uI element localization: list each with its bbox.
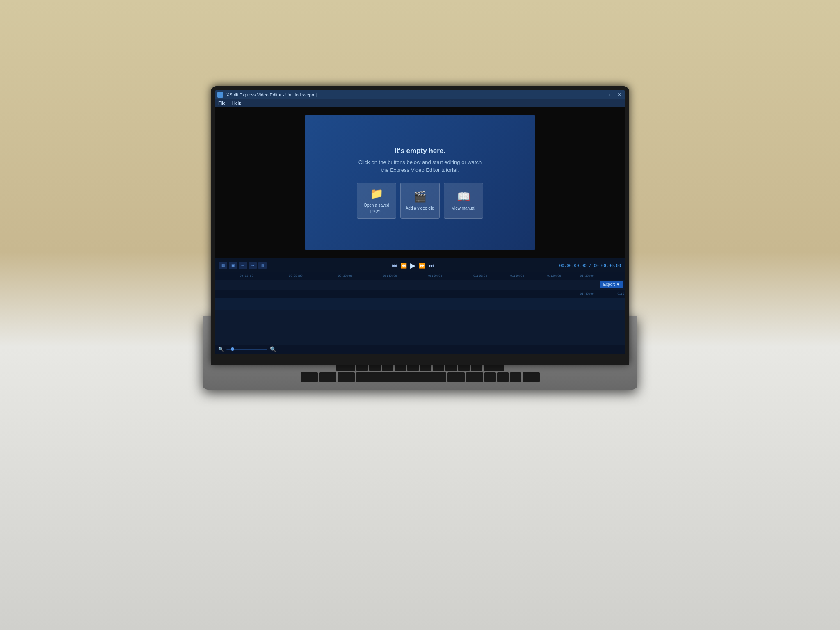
add-video-button[interactable]: 🎬 Add a video clip bbox=[400, 183, 440, 219]
toolbar-btn-undo[interactable]: ↩ bbox=[239, 262, 247, 269]
timeline-area: 00:10:00 00:20:00 00:30:00 00:40:00 00:5… bbox=[215, 272, 625, 354]
timecode-total: 00:00:00:00 bbox=[594, 263, 621, 268]
empty-subtitle: Click on the buttons below and start edi… bbox=[358, 158, 482, 174]
play-button[interactable]: ▶ bbox=[410, 261, 415, 270]
app-icon bbox=[217, 92, 223, 98]
menu-bar: File Help bbox=[215, 99, 625, 107]
menu-file[interactable]: File bbox=[218, 100, 226, 105]
timecode-separator: / bbox=[589, 263, 594, 268]
add-video-label: Add a video clip bbox=[406, 205, 435, 211]
view-manual-button[interactable]: 📖 View manual bbox=[444, 183, 483, 219]
toolbar-btn-2[interactable]: ▣ bbox=[229, 262, 237, 269]
menu-help[interactable]: Help bbox=[232, 100, 242, 105]
skip-forward-button[interactable]: ⏭ bbox=[429, 262, 434, 269]
zoom-slider-track[interactable] bbox=[226, 349, 267, 350]
undo-icon: ↩ bbox=[241, 263, 244, 267]
preview-area: It's empty here. Click on the buttons be… bbox=[215, 107, 625, 258]
transport-controls: ⏮ ⏪ ▶ ⏩ ⏭ bbox=[392, 261, 434, 270]
timecode-display: 00:00:00:00 / 00:00:00:00 bbox=[559, 263, 621, 268]
delete-icon: 🗑 bbox=[261, 263, 265, 267]
close-button[interactable]: ✕ bbox=[616, 92, 623, 98]
timeline-ruler-2: 01:40:00 01:5 bbox=[215, 290, 625, 298]
maximize-button[interactable]: □ bbox=[608, 92, 614, 98]
view-manual-icon: 📖 bbox=[457, 190, 470, 203]
timeline-tracks bbox=[215, 298, 625, 310]
timeline-ruler: 00:10:00 00:20:00 00:30:00 00:40:00 00:5… bbox=[215, 272, 625, 280]
view-manual-label: View manual bbox=[452, 205, 475, 211]
toolbar-icon-2: ▣ bbox=[231, 263, 235, 267]
toolbar-icon-1: ▦ bbox=[221, 263, 225, 267]
zoom-in-icon[interactable]: 🔍 bbox=[270, 346, 276, 352]
rewind-button[interactable]: ⏪ bbox=[400, 262, 407, 269]
toolbar-btn-1[interactable]: ▦ bbox=[219, 262, 227, 269]
export-label: Export ▼ bbox=[603, 282, 620, 287]
window-title: XSplit Express Video Editor - Untitled.x… bbox=[226, 92, 317, 97]
empty-title: It's empty here. bbox=[358, 147, 482, 155]
zoom-bar: 🔍 🔍 bbox=[215, 345, 625, 354]
minimize-button[interactable]: — bbox=[598, 92, 606, 98]
open-project-label: Open a saved project bbox=[357, 203, 396, 213]
export-row: Export ▼ bbox=[215, 280, 625, 290]
export-button[interactable]: Export ▼ bbox=[600, 281, 623, 288]
fast-forward-button[interactable]: ⏩ bbox=[419, 262, 425, 269]
zoom-slider-handle[interactable] bbox=[231, 347, 234, 351]
toolbar-btn-delete[interactable]: 🗑 bbox=[258, 262, 267, 269]
zoom-out-icon[interactable]: 🔍 bbox=[218, 347, 224, 352]
timecode-current: 00:00:00:00 bbox=[559, 263, 586, 268]
controls-bar: ▦ ▣ ↩ ↪ 🗑 bbox=[215, 258, 625, 272]
action-buttons: 📁 Open a saved project 🎬 Add a video cli… bbox=[357, 183, 483, 219]
preview-canvas: It's empty here. Click on the buttons be… bbox=[305, 115, 535, 250]
skip-back-button[interactable]: ⏮ bbox=[392, 262, 397, 269]
title-bar: XSplit Express Video Editor - Untitled.x… bbox=[215, 90, 625, 99]
empty-state: It's empty here. Click on the buttons be… bbox=[358, 147, 482, 174]
toolbar-left: ▦ ▣ ↩ ↪ 🗑 bbox=[219, 262, 267, 269]
add-video-icon: 🎬 bbox=[413, 190, 427, 203]
redo-icon: ↪ bbox=[251, 263, 254, 267]
open-project-button[interactable]: 📁 Open a saved project bbox=[357, 183, 396, 219]
open-project-icon: 📁 bbox=[370, 187, 383, 200]
toolbar-btn-redo[interactable]: ↪ bbox=[249, 262, 257, 269]
